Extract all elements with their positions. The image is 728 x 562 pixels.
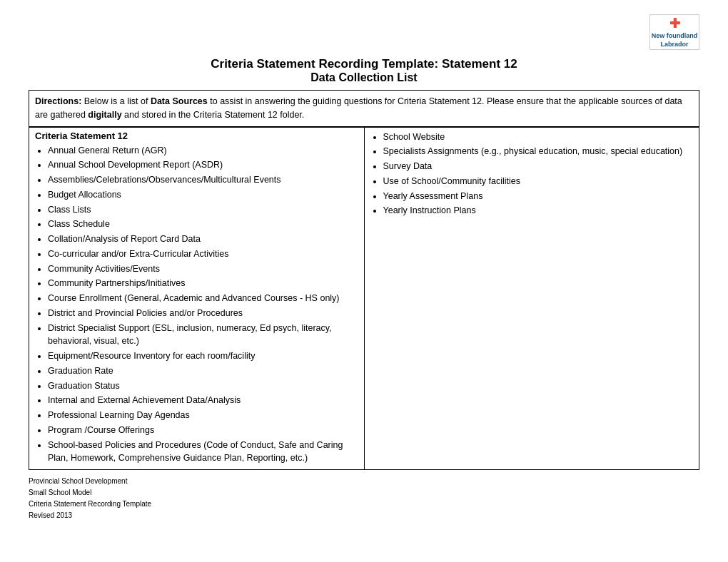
directions-box: Directions: Below is a list of Data Sour… bbox=[29, 90, 699, 127]
list-item: Annual School Development Report (ASDR) bbox=[48, 158, 358, 172]
directions-text3: and stored in the Criteria Statement 12 … bbox=[124, 110, 304, 120]
main-title: Criteria Statement Recording Template: S… bbox=[29, 57, 699, 71]
list-item: Use of School/Community facilities bbox=[383, 175, 694, 188]
list-item: Graduation Rate bbox=[48, 364, 358, 378]
list-item: District Specialist Support (ESL, inclus… bbox=[48, 322, 358, 349]
list-item: Class Schedule bbox=[48, 218, 358, 231]
content-table: Criteria Statement 12 Annual General Ret… bbox=[29, 127, 699, 471]
list-item: Specialists Assignments (e.g., physical … bbox=[383, 145, 694, 158]
list-item: Professional Learning Day Agendas bbox=[48, 409, 358, 422]
list-item: Annual General Return (AGR) bbox=[48, 144, 358, 158]
list-item: Community Partnerships/Initiatives bbox=[48, 277, 358, 290]
directions-label: Directions: bbox=[35, 96, 81, 106]
footer-line3: Criteria Statement Recording Template bbox=[29, 499, 699, 510]
criteria-header: Criteria Statement 12 bbox=[35, 131, 358, 141]
list-item: Class Lists bbox=[48, 203, 358, 217]
footer-line1: Provincial School Development bbox=[29, 476, 699, 487]
list-item: Assemblies/Celebrations/Observances/Mult… bbox=[48, 173, 358, 187]
logo-cross: ✚ bbox=[669, 16, 680, 32]
list-item: Collation/Analysis of Report Card Data bbox=[48, 233, 358, 246]
list-item: Yearly Instruction Plans bbox=[383, 204, 694, 218]
directions-bold-digitally: digitally bbox=[88, 110, 121, 120]
footer: Provincial School Development Small Scho… bbox=[29, 476, 699, 521]
footer-line2: Small School Model bbox=[29, 487, 699, 499]
title-section: Criteria Statement Recording Template: S… bbox=[29, 57, 699, 84]
list-item: Yearly Assessment Plans bbox=[383, 190, 694, 203]
footer-line4: Revised 2013 bbox=[29, 510, 699, 521]
logo-text-line2: Labrador bbox=[660, 41, 688, 49]
right-column: School WebsiteSpecialists Assignments (e… bbox=[364, 127, 699, 470]
directions-text1: Below is a list of bbox=[84, 96, 151, 106]
logo: ✚ New foundland Labrador bbox=[649, 14, 699, 50]
directions-bold-data: Data Sources bbox=[151, 96, 208, 106]
list-item: Equipment/Resource Inventory for each ro… bbox=[48, 349, 358, 363]
list-item: Co-curricular and/or Extra-Curricular Ac… bbox=[48, 247, 358, 261]
logo-text-line1: New foundland bbox=[652, 32, 698, 41]
right-list: School WebsiteSpecialists Assignments (e… bbox=[370, 131, 694, 218]
list-item: Survey Data bbox=[383, 160, 694, 173]
list-item: Budget Allocations bbox=[48, 188, 358, 202]
list-item: District and Provincial Policies and/or … bbox=[48, 307, 358, 320]
list-item: Community Activities/Events bbox=[48, 262, 358, 276]
list-item: School Website bbox=[383, 131, 694, 144]
list-item: School-based Policies and Procedures (Co… bbox=[48, 439, 358, 466]
list-item: Internal and External Achievement Data/A… bbox=[48, 394, 358, 407]
list-item: Graduation Status bbox=[48, 379, 358, 393]
list-item: Program /Course Offerings bbox=[48, 424, 358, 437]
left-column: Criteria Statement 12 Annual General Ret… bbox=[29, 127, 365, 470]
sub-title: Data Collection List bbox=[29, 71, 699, 84]
list-item: Course Enrollment (General, Academic and… bbox=[48, 292, 358, 305]
left-list: Annual General Return (AGR)Annual School… bbox=[35, 144, 358, 466]
